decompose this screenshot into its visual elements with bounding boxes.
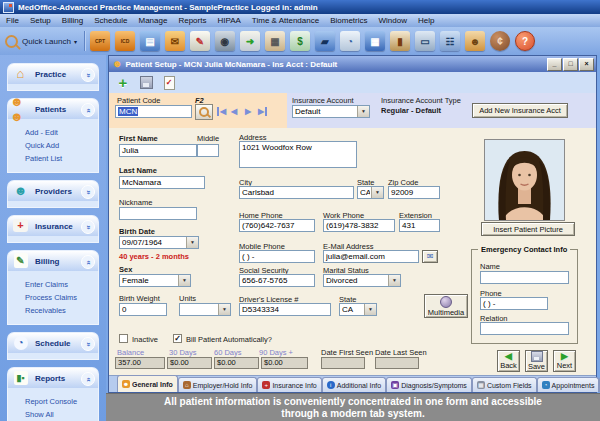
menu-billing[interactable]: Billing [62,16,83,25]
address-input[interactable]: 1021 Woodfox Row [239,141,357,168]
quick-launch-label[interactable]: Quick Launch [22,37,71,46]
tab-general-info[interactable]: ☻General Info [117,375,178,392]
zip-code-input[interactable]: 92009 [388,186,440,199]
send-email-button[interactable]: ✉ [422,250,438,263]
patient-code-input[interactable]: MCN [115,105,192,118]
chevron-down-icon[interactable]: ▾ [74,38,77,45]
expand-chevron-icon[interactable] [81,337,95,351]
chart-report-icon[interactable]: ▮ [390,31,410,51]
calendar-icon[interactable]: ▦ [365,31,385,51]
first-record-button[interactable]: ◀ [217,107,226,116]
maximize-button[interactable] [563,58,578,71]
menu-help[interactable]: Help [418,16,434,25]
statements-icon[interactable]: $ [290,31,310,51]
emergency-relation-input[interactable] [480,322,569,335]
nickname-input[interactable] [119,207,197,220]
patient-search-button[interactable] [195,104,213,120]
work-phone-input[interactable]: (619)478-3832 [323,219,395,232]
mobile-phone-input[interactable]: ( ) - [239,250,315,263]
last-record-button[interactable]: ▶ [258,107,267,116]
units-select[interactable] [179,303,231,316]
sidebar-item-process-claims[interactable]: Process Claims [25,293,98,302]
patient-card-icon[interactable]: ▤ [140,31,160,51]
collapse-chevron-icon[interactable] [81,372,95,386]
menu-time-attendance[interactable]: Time & Attendance [252,16,319,25]
sidebar-item-show-all[interactable]: Show All [25,410,98,419]
emergency-name-input[interactable] [480,271,569,284]
camera-icon[interactable]: ◉ [215,31,235,51]
ssn-input[interactable]: 656-67-5765 [239,274,315,287]
city-input[interactable]: Carlsbad [239,186,354,199]
collapse-chevron-icon[interactable] [81,103,95,117]
report-clock-icon[interactable]: ◔ [340,31,360,51]
sidebar-item-quick-add[interactable]: Quick Add [25,141,98,150]
insert-patient-picture-button[interactable]: Insert Patient Picture [481,222,575,236]
menu-manage[interactable]: Manage [139,16,168,25]
insurance-account-select[interactable]: Default [292,105,370,118]
menu-hipaa[interactable]: HIPAA [217,16,240,25]
verify-button[interactable]: ✓ [159,74,179,91]
home-phone-input[interactable]: (760)642-7637 [239,219,315,232]
emergency-phone-input[interactable]: ( ) - [480,297,548,310]
patient-notes-icon[interactable]: ✎ [190,31,210,51]
sidebar-item-enter-claims[interactable]: Enter Claims [25,280,98,289]
tab-insurance-info[interactable]: +Insurance Info [257,377,321,392]
expand-chevron-icon[interactable] [81,220,95,234]
expand-chevron-icon[interactable] [81,185,95,199]
first-name-input[interactable]: Julia [119,144,197,157]
workstation-icon[interactable]: ▭ [415,31,435,51]
last-name-input[interactable]: McNamara [119,176,205,189]
cpt-codes-icon[interactable]: CPT [90,31,110,51]
inactive-checkbox[interactable] [119,334,128,343]
bill-automatically-checkbox[interactable] [173,334,182,343]
extension-input[interactable]: 431 [399,219,440,232]
sidebar-item-patient-list[interactable]: Patient List [25,154,98,163]
next-record-button[interactable]: ▶ [245,107,251,116]
help-icon[interactable]: ? [515,31,535,51]
birth-weight-input[interactable]: 0 [119,303,167,316]
collapse-chevron-icon[interactable] [81,255,95,269]
sidebar-item-receivables[interactable]: Receivables [25,306,98,315]
minimize-button[interactable] [547,58,562,71]
claims-export-icon[interactable]: ➜ [240,31,260,51]
marital-status-select[interactable]: Divorced [323,274,401,287]
menu-setup[interactable]: Setup [30,16,51,25]
close-button[interactable] [579,58,594,71]
tab-diagnosis-symptoms[interactable]: ▣Diagnosis/Symptoms [386,377,472,392]
menu-schedule[interactable]: Schedule [94,16,127,25]
coin-icon[interactable]: ¢ [490,31,510,51]
multimedia-button[interactable]: Multimedia [424,294,468,318]
back-button[interactable]: ◀ Back [497,350,520,372]
vehicle-icon[interactable]: ▰ [315,31,335,51]
add-new-insurance-button[interactable]: Add New Insurance Acct [472,103,568,118]
fee-calculator-icon[interactable]: ▦ [265,31,285,51]
menu-window[interactable]: Window [379,16,407,25]
icd-codes-icon[interactable]: ICD [115,31,135,51]
search-icon[interactable] [5,35,18,48]
previous-record-button[interactable]: ◀ [231,107,237,116]
network-users-icon[interactable]: ☷ [440,31,460,51]
user-log-icon[interactable]: ☻ [465,31,485,51]
messages-icon[interactable]: ✉ [165,31,185,51]
tab-employer-hold-info[interactable]: ⌂Employer/Hold Info [178,377,258,392]
email-input[interactable]: julia@email.com [323,250,419,263]
state-select[interactable]: CA [357,186,384,199]
sex-select[interactable]: Female [119,274,191,287]
tab-custom-fields[interactable]: ▦Custom Fields [472,377,537,392]
dl-state-select[interactable]: CA [339,303,377,316]
birth-date-input[interactable]: 09/07/1964 [119,236,199,249]
save-patient-button[interactable] [136,74,156,91]
tab-additional-info[interactable]: iAdditional Info [322,377,386,392]
menu-file[interactable]: File [6,16,19,25]
save-button[interactable]: Save [525,350,548,372]
middle-input[interactable] [197,144,219,157]
drivers-license-input[interactable]: D5343334 [239,303,331,316]
menu-reports[interactable]: Reports [178,16,206,25]
next-button[interactable]: ▶ Next [553,350,576,372]
sidebar-item-add-edit[interactable]: Add - Edit [25,128,98,137]
add-patient-button[interactable]: + [113,74,133,91]
tab-appointments[interactable]: ◔Appointments [537,377,600,392]
sidebar-item-report-console[interactable]: Report Console [25,397,98,406]
expand-chevron-icon[interactable] [81,68,95,82]
menu-biometrics[interactable]: Biometrics [330,16,367,25]
